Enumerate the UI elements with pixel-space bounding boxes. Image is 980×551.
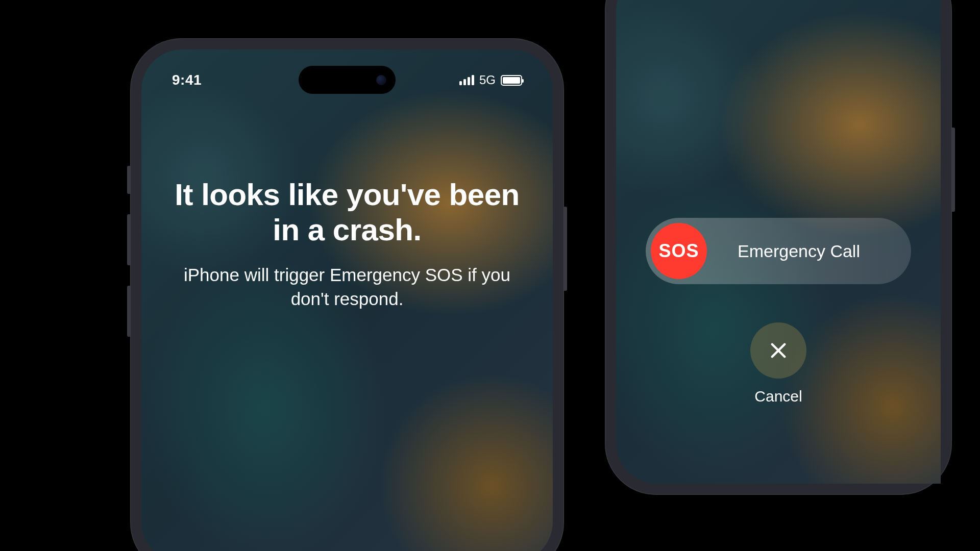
phone-device-right: SOS Emergency Call Cancel	[605, 0, 952, 495]
status-time: 9:41	[172, 72, 202, 88]
status-right-group: 5G	[459, 73, 522, 87]
battery-icon	[501, 75, 522, 86]
close-icon	[768, 340, 789, 361]
emergency-call-label: Emergency Call	[707, 241, 906, 261]
crash-message-area: It looks like you've been in a crash. iP…	[141, 177, 553, 311]
dynamic-island	[299, 66, 396, 94]
side-buttons	[127, 166, 130, 357]
emergency-call-slider[interactable]: SOS Emergency Call	[646, 218, 911, 284]
cancel-button[interactable]	[750, 322, 806, 379]
phone-screen-crash-detection: 9:41 5G It looks like you've been in a c…	[141, 49, 553, 551]
power-button	[564, 207, 567, 291]
phone-screen-emergency-call: SOS Emergency Call Cancel	[616, 0, 941, 484]
crash-headline: It looks like you've been in a crash.	[169, 177, 525, 247]
sos-slide-handle[interactable]: SOS	[651, 223, 707, 279]
phone-device-left: 9:41 5G It looks like you've been in a c…	[130, 38, 564, 551]
network-label: 5G	[479, 73, 496, 87]
power-button	[952, 128, 955, 212]
volume-down-button	[127, 286, 130, 337]
volume-up-button	[127, 214, 130, 265]
cancel-area: Cancel	[750, 322, 806, 405]
signal-bars-icon	[459, 75, 474, 85]
cancel-label: Cancel	[754, 388, 802, 405]
side-buttons-right	[952, 128, 955, 212]
sos-slider-container: SOS Emergency Call	[646, 218, 911, 284]
side-buttons-right	[564, 207, 567, 291]
crash-subtext: iPhone will trigger Emergency SOS if you…	[169, 263, 525, 311]
front-camera-icon	[376, 75, 386, 85]
mute-switch	[127, 166, 130, 194]
